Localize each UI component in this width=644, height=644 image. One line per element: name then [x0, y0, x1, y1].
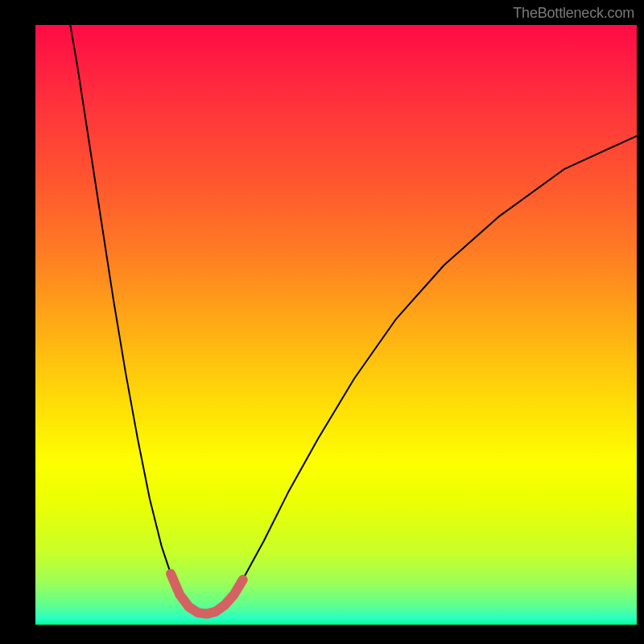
gradient-background	[35, 25, 637, 625]
plot-area	[35, 25, 637, 625]
watermark: TheBottleneck.com	[513, 5, 634, 22]
chart-frame: TheBottleneck.com	[0, 0, 644, 644]
